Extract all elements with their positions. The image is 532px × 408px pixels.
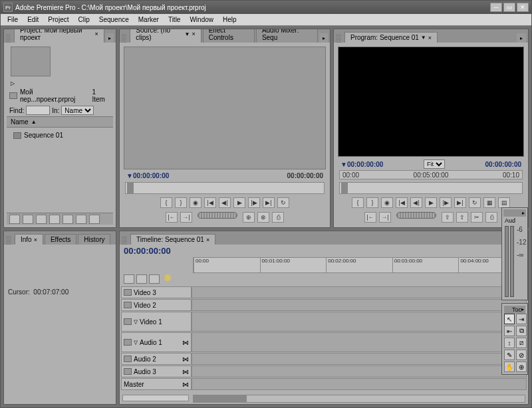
tools-tab[interactable]: Toc [512, 306, 521, 313]
play-button[interactable]: ▶ [425, 197, 437, 208]
panel-grip-icon[interactable] [336, 33, 341, 43]
close-icon[interactable]: × [34, 237, 37, 243]
step-fwd-button[interactable]: |▶ [440, 197, 452, 208]
audio-mixer-tab[interactable]: Audio Mixer: Sequ [256, 29, 318, 43]
set-out-button[interactable]: } [366, 197, 378, 208]
panel-grip-icon[interactable] [6, 235, 11, 245]
set-in-button[interactable]: { [160, 197, 172, 208]
info-tab[interactable]: Info× [15, 234, 43, 245]
delete-button[interactable] [89, 215, 100, 224]
program-tab[interactable]: Program: Sequence 01▼ × [344, 32, 438, 43]
slide-tool[interactable]: ⊘ [516, 350, 527, 360]
eye-icon[interactable] [124, 318, 132, 325]
panel-menu-flyout[interactable]: ▸ [522, 210, 525, 216]
speaker-icon[interactable] [124, 356, 132, 362]
snap-button[interactable] [124, 274, 134, 284]
panel-menu-flyout[interactable]: ▸ [517, 33, 526, 43]
program-scrub[interactable] [339, 182, 523, 194]
prev-edit-button[interactable]: |← [364, 212, 376, 223]
lift-button[interactable]: ⇧ [442, 212, 454, 223]
panel-menu-flyout[interactable]: ▸ [106, 33, 114, 43]
column-header-name[interactable]: Name ▲ [7, 116, 113, 128]
track-content[interactable] [192, 378, 527, 390]
step-back-button[interactable]: ◀| [219, 197, 231, 208]
menu-marker[interactable]: Marker [134, 15, 163, 25]
razor-tool[interactable]: ⧄ [516, 338, 527, 348]
speaker-icon[interactable] [124, 368, 132, 375]
track-header-video1[interactable]: ▽Video 1 [121, 312, 192, 332]
timeline-timecode[interactable]: 00:00:00:00 [120, 245, 528, 257]
project-tab[interactable]: Project: Мой первый проект × [14, 29, 104, 43]
loop-button[interactable]: ↻ [469, 197, 481, 208]
speaker-icon[interactable] [124, 339, 132, 346]
menu-title[interactable]: Title [164, 15, 185, 25]
find-input[interactable] [26, 106, 50, 115]
effect-controls-tab[interactable]: Effect Controls [203, 29, 255, 43]
panel-grip-icon[interactable] [6, 33, 11, 43]
track-header-video3[interactable]: Video 3 [121, 286, 192, 298]
overwrite-button[interactable]: ⊗ [257, 212, 269, 223]
loop-button[interactable]: ↻ [277, 197, 289, 208]
menu-sequence[interactable]: Sequence [95, 15, 133, 25]
hand-tool[interactable]: ✋ [504, 361, 515, 372]
set-out-button[interactable]: } [175, 197, 187, 208]
output-button[interactable]: ▤ [498, 197, 510, 208]
menu-window[interactable]: Window [186, 15, 217, 25]
new-bin-button[interactable] [63, 215, 73, 224]
next-edit-button[interactable]: →| [180, 212, 192, 223]
automate-button[interactable] [36, 215, 47, 224]
program-time-ruler[interactable]: 00:00 00:05:00:00 00:10 [339, 170, 523, 179]
close-button[interactable]: ✕ [517, 3, 529, 12]
maximize-button[interactable]: ▭ [503, 3, 515, 12]
source-scrub[interactable] [125, 182, 325, 194]
track-content[interactable] [192, 365, 527, 377]
safe-margins-button[interactable]: ▦ [483, 197, 495, 208]
track-select-tool[interactable]: ⇥ [516, 314, 527, 324]
icon-view-button[interactable] [23, 215, 33, 224]
track-content[interactable] [192, 312, 527, 332]
extract-button[interactable]: ⇪ [456, 212, 468, 223]
track-header-master[interactable]: Master⋈ [121, 378, 192, 390]
export-frame-button[interactable]: ⎙ [485, 212, 497, 223]
next-edit-button[interactable]: →| [379, 212, 391, 223]
effects-tab[interactable]: Effects [45, 234, 76, 245]
track-header-video2[interactable]: Video 2 [121, 299, 192, 311]
goto-out-button[interactable]: ▶| [263, 197, 275, 208]
zoom-select[interactable]: Fit [424, 159, 445, 169]
insert-button[interactable]: ⊕ [243, 212, 255, 223]
menu-file[interactable]: File [3, 15, 22, 25]
track-content[interactable] [192, 353, 527, 365]
find-button[interactable] [49, 215, 60, 224]
zoom-tool[interactable]: ⊕ [516, 361, 527, 372]
export-frame-button[interactable]: ⎙ [272, 212, 284, 223]
marker-button[interactable] [136, 274, 147, 284]
track-content[interactable] [192, 299, 527, 311]
timeline-scrollbar[interactable] [193, 395, 525, 403]
marker-button[interactable]: ◉ [381, 197, 393, 208]
play-thumb-icon[interactable]: ▷ [11, 80, 20, 87]
list-view-button[interactable] [9, 215, 20, 224]
step-back-button[interactable]: ◀| [410, 197, 422, 208]
jog-shuttle[interactable] [198, 212, 237, 219]
rolling-edit-tool[interactable]: ⧉ [516, 326, 527, 336]
timeline-ruler[interactable]: 00:00 00:01:00:00 00:02:00:00 00:03:00:0… [193, 257, 525, 273]
track-header-audio3[interactable]: Audio 3⋈ [121, 365, 192, 377]
slip-tool[interactable]: ✎ [504, 350, 515, 360]
goto-in-button[interactable]: |◀ [204, 197, 216, 208]
menu-clip[interactable]: Clip [74, 15, 93, 25]
razor-button[interactable] [149, 274, 160, 284]
track-header-audio1[interactable]: ▽Audio 1⋈ [121, 332, 192, 352]
menu-edit[interactable]: Edit [23, 15, 43, 25]
step-fwd-button[interactable]: |▶ [248, 197, 260, 208]
goto-out-button[interactable]: ▶| [454, 197, 466, 208]
audio-tab[interactable]: Aud [503, 217, 526, 225]
menu-project[interactable]: Project [44, 15, 72, 25]
play-button[interactable]: ▶ [233, 197, 245, 208]
close-icon[interactable]: × [428, 35, 432, 41]
in-select[interactable]: Name [61, 106, 94, 115]
marker-button[interactable]: ◉ [190, 197, 201, 208]
goto-in-button[interactable]: |◀ [396, 197, 408, 208]
new-item-button[interactable] [76, 215, 86, 224]
prev-edit-button[interactable]: |← [166, 212, 178, 223]
panel-grip-icon[interactable] [122, 33, 126, 43]
